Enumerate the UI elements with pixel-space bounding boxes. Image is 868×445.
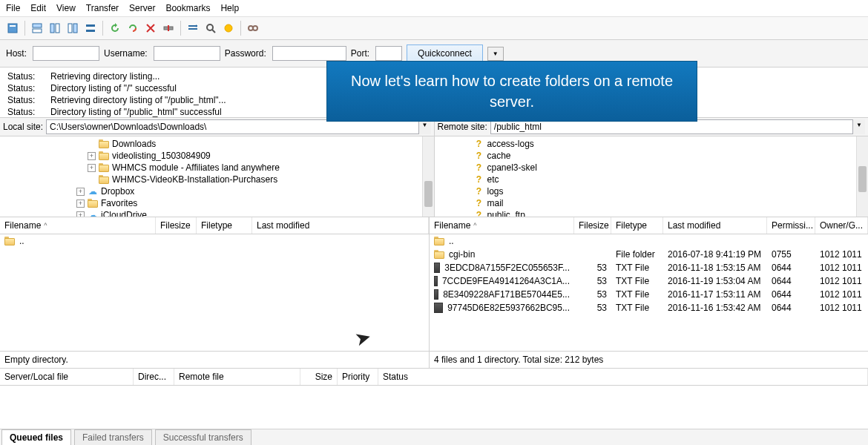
file-row[interactable]: cgi-binFile folder2016-07-18 9:41:19 PM0… <box>430 248 868 261</box>
folder-up-icon <box>434 237 444 245</box>
filter-button[interactable] <box>220 20 237 36</box>
parent-dir[interactable]: .. <box>449 236 454 246</box>
queue-body[interactable] <box>0 386 868 415</box>
remote-tree[interactable]: ? access-logs ? cache ? cpanel3-skel ? e… <box>435 136 869 217</box>
file-row[interactable]: 7CCDE9FEA49141264A3C1A...53TXT File2016-… <box>430 274 868 288</box>
search-button[interactable] <box>203 20 219 36</box>
file-row[interactable]: 3EDCD8A7155F2EC055653F...53TXT File2016-… <box>430 261 868 274</box>
log-message: Retrieving directory listing of "/public… <box>50 94 226 106</box>
unknown-icon: ? <box>474 139 484 149</box>
cloud-icon: ☁ <box>88 210 98 217</box>
menu-transfer[interactable]: Transfer <box>86 3 119 13</box>
tree-item[interactable]: + ☁ iCloudDrive <box>3 209 434 217</box>
username-input[interactable] <box>154 46 220 61</box>
password-label: Password: <box>225 48 266 59</box>
queue-header[interactable]: Server/Local file Direc... Remote file S… <box>0 369 868 386</box>
password-input[interactable] <box>272 46 346 61</box>
tree-item[interactable]: + videolisting_1503084909 <box>3 150 434 162</box>
tree-item[interactable]: + ☁ Dropbox <box>3 185 434 197</box>
tree-item[interactable]: Downloads <box>3 138 434 150</box>
expander-icon[interactable]: + <box>76 200 85 208</box>
tree-item-label: access-logs <box>487 138 534 150</box>
file-name: cgi-bin <box>449 249 475 260</box>
port-input[interactable] <box>375 46 402 61</box>
tab-successful[interactable]: Successful transfers <box>155 429 251 445</box>
file-permissions: 0644 <box>767 289 815 300</box>
tree-item[interactable]: ? access-logs <box>438 138 869 150</box>
tree-item-label: Favorites <box>101 197 137 209</box>
folder-icon <box>434 250 444 259</box>
menu-file[interactable]: File <box>6 3 20 13</box>
tab-queued[interactable]: Queued files <box>1 429 71 445</box>
remote-tree-scrollbar[interactable] <box>856 136 868 217</box>
toggle-log-button[interactable] <box>29 20 45 36</box>
quickconnect-button[interactable]: Quickconnect <box>407 44 483 62</box>
toggle-queue-button[interactable] <box>82 20 99 36</box>
tree-item[interactable]: ? cache <box>438 150 869 162</box>
file-modified: 2016-11-16 1:53:42 AM <box>663 303 767 313</box>
svg-rect-0 <box>8 24 17 33</box>
remote-list-body[interactable]: .. cgi-binFile folder2016-07-18 9:41:19 … <box>430 234 868 351</box>
file-icon <box>434 276 438 286</box>
compare-button[interactable] <box>185 20 201 36</box>
log-label: Status: <box>7 82 37 94</box>
toggle-local-tree-button[interactable] <box>47 20 63 36</box>
svg-rect-2 <box>33 24 42 27</box>
menu-bookmarks[interactable]: Bookmarks <box>165 3 210 13</box>
site-manager-button[interactable] <box>4 20 21 36</box>
file-row[interactable]: 8E3409228AF171BE57044E5...53TXT File2016… <box>430 288 868 301</box>
folder-icon <box>99 139 109 148</box>
remote-path-input[interactable] <box>490 119 853 134</box>
directory-trees: Local site: ▼ Downloads+ videolisting_15… <box>0 118 868 217</box>
file-owner: 1012 1011 <box>815 303 868 313</box>
expander-icon[interactable]: + <box>88 164 96 172</box>
disconnect-button[interactable] <box>160 20 177 36</box>
tree-item[interactable]: ? mail <box>438 197 869 209</box>
tree-item[interactable]: + WHMCS module - Affiliates land anywher… <box>3 162 434 174</box>
tree-item[interactable]: ? public_ftp <box>438 209 869 217</box>
find-button[interactable] <box>245 20 261 36</box>
expander-icon[interactable]: + <box>76 188 85 196</box>
menu-server[interactable]: Server <box>129 3 155 13</box>
file-row[interactable]: 97745D6E82E5937662BC95...53TXT File2016-… <box>430 301 868 314</box>
host-input[interactable] <box>33 46 99 61</box>
file-icon <box>434 303 443 313</box>
local-list-header[interactable]: Filename^ Filesize Filetype Last modifie… <box>0 217 429 234</box>
menu-help[interactable]: Help <box>220 3 239 13</box>
menu-edit[interactable]: Edit <box>30 3 46 13</box>
local-tree[interactable]: Downloads+ videolisting_1503084909+ WHMC… <box>0 136 434 217</box>
local-tree-scrollbar[interactable] <box>422 136 434 217</box>
remote-path-dropdown[interactable]: ▼ <box>852 119 865 134</box>
svg-point-14 <box>207 24 213 30</box>
refresh-button[interactable] <box>107 20 123 36</box>
svg-rect-5 <box>56 24 59 33</box>
tree-item[interactable]: + Favorites <box>3 197 434 209</box>
remote-tree-panel: Remote site: ▼ ? access-logs ? cache ? c… <box>435 118 869 217</box>
folder-icon <box>99 151 109 160</box>
cancel-button[interactable] <box>142 20 159 36</box>
toggle-remote-tree-button[interactable] <box>65 20 81 36</box>
file-name: 97745D6E82E5937662BC95... <box>447 303 570 313</box>
remote-list-status: 4 files and 1 directory. Total size: 212… <box>430 351 868 368</box>
tree-item[interactable]: ? cpanel3-skel <box>438 162 869 174</box>
local-path-input[interactable] <box>46 119 419 134</box>
log-message: Retrieving directory listing... <box>50 70 160 82</box>
file-name: 3EDCD8A7155F2EC055653F... <box>444 263 570 273</box>
process-queue-button[interactable] <box>125 20 141 36</box>
unknown-icon: ? <box>474 186 484 197</box>
svg-rect-4 <box>50 24 54 33</box>
quickconnect-dropdown[interactable]: ▼ <box>487 47 504 61</box>
parent-dir[interactable]: .. <box>19 236 24 246</box>
tree-item[interactable]: WHMCS-VideoKB-Installation-Purchasers <box>3 174 434 185</box>
tree-item[interactable]: ? logs <box>438 185 869 197</box>
file-permissions: 0644 <box>767 263 815 273</box>
file-icon <box>434 289 438 300</box>
file-modified: 2016-07-18 9:41:19 PM <box>663 249 767 260</box>
expander-icon[interactable]: + <box>88 152 96 160</box>
remote-list-header[interactable]: Filename^ Filesize Filetype Last modifie… <box>430 217 868 234</box>
menu-view[interactable]: View <box>56 3 76 13</box>
tree-item[interactable]: ? etc <box>438 174 869 185</box>
expander-icon[interactable]: + <box>76 211 85 217</box>
local-path-dropdown[interactable]: ▼ <box>418 119 431 134</box>
tab-failed[interactable]: Failed transfers <box>74 429 152 445</box>
